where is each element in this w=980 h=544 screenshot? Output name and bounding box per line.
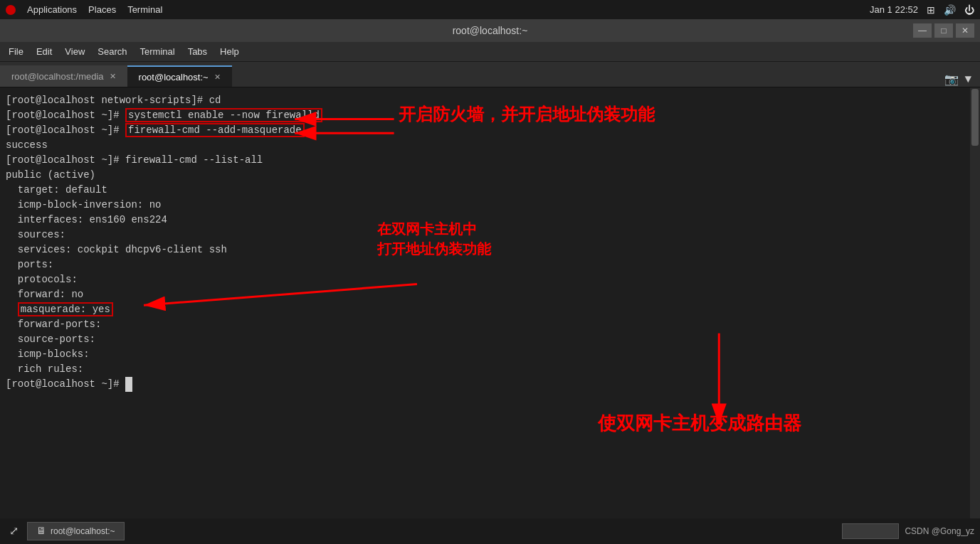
tab-bar: root@localhost:/media ✕ root@localhost:~… bbox=[0, 62, 980, 87]
terminal-line: services: cockpit dhcpv6-client ssh bbox=[6, 242, 967, 257]
taskbar-search-box[interactable] bbox=[842, 523, 899, 539]
terminal-line: [root@localhost ~]# firewall-cmd --list-… bbox=[6, 153, 967, 168]
maximize-button[interactable]: □ bbox=[934, 23, 953, 38]
menu-file[interactable]: File bbox=[3, 45, 29, 58]
system-bar: Applications Places Terminal Jan 1 22:52… bbox=[0, 0, 980, 19]
content-area: [root@localhost network-scripts]# cd [ro… bbox=[0, 87, 980, 544]
terminal-line: protocols: bbox=[6, 272, 967, 287]
close-button[interactable]: ✕ bbox=[956, 23, 974, 38]
terminal-line: icmp-blocks: bbox=[6, 347, 967, 362]
taskbar-brand: CSDN @Gong_yz bbox=[905, 526, 974, 536]
annotation-label-3: 使双网卡主机变成路由器 bbox=[598, 411, 801, 436]
tab-home[interactable]: root@localhost:~ ✕ bbox=[127, 65, 232, 87]
title-bar: root@localhost:~ — □ ✕ bbox=[0, 19, 980, 42]
power-icon: ⏻ bbox=[964, 4, 974, 16]
menu-terminal[interactable]: Terminal bbox=[135, 45, 181, 58]
taskbar-terminal-item[interactable]: 🖥 root@localhost:~ bbox=[27, 522, 125, 540]
terminal-line: sources: bbox=[6, 228, 967, 242]
terminal-line: forward-ports: bbox=[6, 317, 967, 332]
tab-home-label: root@localhost:~ bbox=[139, 72, 209, 82]
tab-dropdown-icon[interactable]: ▼ bbox=[961, 73, 974, 86]
volume-icon: 🔊 bbox=[944, 4, 956, 16]
terminal-line: public (active) bbox=[6, 168, 967, 183]
datetime-label: Jan 1 22:52 bbox=[870, 4, 918, 15]
terminal-line: success bbox=[6, 138, 967, 153]
terminal-line: masquerade: yes bbox=[6, 302, 967, 317]
menu-search[interactable]: Search bbox=[92, 45, 132, 58]
apps-menu[interactable]: Applications bbox=[27, 4, 77, 15]
places-menu[interactable]: Places bbox=[88, 4, 116, 15]
window-controls: — □ ✕ bbox=[913, 23, 974, 38]
taskbar-terminal-label: root@localhost:~ bbox=[51, 526, 115, 536]
terminal-line: [root@localhost ~]# firewall-cmd --add-m… bbox=[6, 123, 967, 138]
taskbar-right: CSDN @Gong_yz bbox=[842, 523, 974, 539]
minimize-button[interactable]: — bbox=[913, 23, 932, 38]
terminal-line: rich rules: bbox=[6, 362, 967, 377]
terminal-line: [root@localhost ~]# bbox=[6, 377, 967, 392]
terminal-line: forward: no bbox=[6, 287, 967, 302]
menu-help[interactable]: Help bbox=[214, 45, 245, 58]
highlight-masquerade: masquerade: yes bbox=[18, 302, 113, 316]
redhat-logo bbox=[6, 5, 16, 15]
taskbar-terminal-icon: 🖥 bbox=[36, 526, 46, 537]
terminal-line: target: default bbox=[6, 183, 967, 198]
tab-screenshot-icon[interactable]: 📷 bbox=[942, 73, 961, 87]
menu-edit[interactable]: Edit bbox=[31, 45, 58, 58]
terminal-output[interactable]: [root@localhost network-scripts]# cd [ro… bbox=[0, 87, 980, 544]
window-title: root@localhost:~ bbox=[453, 25, 528, 36]
menu-tabs[interactable]: Tabs bbox=[182, 45, 213, 58]
highlight-systemctl: systemctl enable --now firewalld bbox=[125, 108, 322, 122]
terminal-line: interfaces: ens160 ens224 bbox=[6, 213, 967, 228]
menu-bar: File Edit View Search Terminal Tabs Help bbox=[0, 42, 980, 62]
scrollbar[interactable] bbox=[970, 87, 980, 544]
tab-media-label: root@localhost:/media bbox=[11, 71, 104, 82]
terminal-line: source-ports: bbox=[6, 332, 967, 347]
tab-media[interactable]: root@localhost:/media ✕ bbox=[0, 65, 127, 87]
menu-view[interactable]: View bbox=[59, 45, 90, 58]
terminal-menu[interactable]: Terminal bbox=[127, 4, 162, 15]
taskbar-resize-icon[interactable]: ⤢ bbox=[6, 523, 21, 539]
taskbar: ⤢ 🖥 root@localhost:~ CSDN @Gong_yz bbox=[0, 518, 980, 544]
tab-media-close[interactable]: ✕ bbox=[110, 72, 116, 81]
scrollbar-thumb[interactable] bbox=[971, 89, 979, 146]
terminal-line: icmp-block-inversion: no bbox=[6, 198, 967, 213]
highlight-firewall-cmd: firewall-cmd --add-masquerade bbox=[125, 123, 305, 137]
terminal-line: [root@localhost network-scripts]# cd bbox=[6, 93, 967, 108]
network-icon: ⊞ bbox=[927, 4, 935, 16]
terminal-line: ports: bbox=[6, 257, 967, 272]
terminal-line: [root@localhost ~]# systemctl enable --n… bbox=[6, 108, 967, 123]
terminal-window: root@localhost:~ — □ ✕ File Edit View Se… bbox=[0, 19, 980, 544]
tab-home-close[interactable]: ✕ bbox=[214, 73, 221, 82]
